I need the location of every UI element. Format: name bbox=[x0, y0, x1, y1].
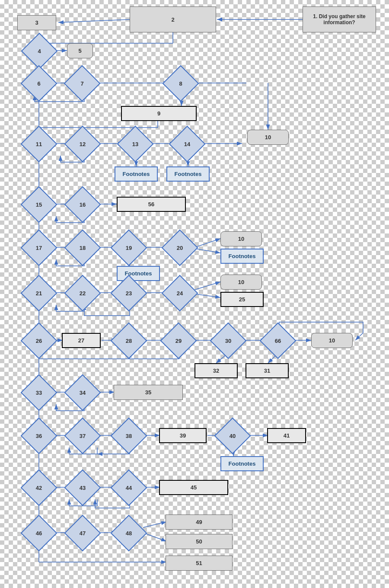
node-16-label: 16 bbox=[80, 201, 86, 208]
svg-line-37 bbox=[195, 282, 220, 290]
node-3: 3 bbox=[17, 15, 56, 30]
node-28: 28 bbox=[117, 329, 141, 353]
node-40: 40 bbox=[220, 424, 245, 448]
node-56: 56 bbox=[117, 197, 186, 212]
node-42: 42 bbox=[27, 476, 51, 500]
node-46: 46 bbox=[27, 521, 51, 545]
node-32-label: 32 bbox=[213, 368, 219, 374]
node-25: 25 bbox=[220, 292, 264, 307]
node-8: 8 bbox=[169, 71, 193, 96]
node-17: 17 bbox=[27, 236, 51, 260]
node-10b-label: 10 bbox=[238, 236, 244, 242]
node-12-label: 12 bbox=[80, 141, 86, 147]
node-2-label: 2 bbox=[171, 16, 174, 23]
node-28-label: 28 bbox=[126, 338, 132, 344]
node-5-label: 5 bbox=[78, 48, 81, 54]
node-40-label: 40 bbox=[230, 433, 236, 439]
flowchart: 1. Did you gather site information? 2 3 … bbox=[0, 0, 389, 588]
node-23: 23 bbox=[117, 281, 141, 305]
node-36-label: 36 bbox=[36, 433, 42, 439]
node-15: 15 bbox=[27, 192, 51, 217]
footnotes-1: Footnotes bbox=[115, 166, 158, 182]
footnotes-5-label: Footnotes bbox=[229, 460, 256, 467]
node-22-label: 22 bbox=[80, 290, 86, 297]
node-26-label: 26 bbox=[36, 338, 42, 344]
node-17-label: 17 bbox=[36, 245, 42, 251]
node-19-label: 19 bbox=[126, 245, 132, 251]
node-2: 2 bbox=[130, 6, 216, 32]
node-10d-label: 10 bbox=[329, 337, 335, 344]
node-11: 11 bbox=[27, 132, 51, 156]
node-20-label: 20 bbox=[177, 245, 183, 251]
footnotes-2-label: Footnotes bbox=[175, 171, 202, 177]
node-10d: 10 bbox=[311, 333, 353, 348]
node-18: 18 bbox=[70, 236, 95, 260]
footnotes-3: Footnotes bbox=[220, 249, 264, 264]
svg-line-2 bbox=[58, 19, 130, 22]
node-11-label: 11 bbox=[36, 141, 42, 147]
node-7: 7 bbox=[70, 71, 94, 96]
node-50: 50 bbox=[166, 534, 233, 549]
node-34-label: 34 bbox=[80, 390, 86, 396]
node-29-label: 29 bbox=[175, 338, 182, 344]
node-5: 5 bbox=[67, 43, 93, 58]
svg-line-71 bbox=[143, 522, 166, 527]
node-14-label: 14 bbox=[184, 141, 190, 147]
node-9-label: 9 bbox=[157, 110, 160, 117]
node-35: 35 bbox=[114, 385, 183, 400]
svg-line-31 bbox=[195, 249, 220, 253]
node-13: 13 bbox=[123, 132, 147, 156]
node-66-label: 66 bbox=[275, 338, 281, 344]
node-14: 14 bbox=[175, 132, 199, 156]
node-42-label: 42 bbox=[36, 485, 42, 491]
node-38: 38 bbox=[117, 424, 141, 448]
node-51-label: 51 bbox=[196, 560, 202, 566]
node-31-label: 31 bbox=[264, 368, 270, 374]
node-34: 34 bbox=[70, 380, 95, 405]
node-13-label: 13 bbox=[132, 141, 138, 147]
node-16: 16 bbox=[70, 192, 95, 217]
node-10b: 10 bbox=[220, 231, 262, 246]
node-44-label: 44 bbox=[126, 485, 132, 491]
node-24: 24 bbox=[168, 281, 192, 305]
node-30: 30 bbox=[216, 329, 240, 353]
node-10a: 10 bbox=[247, 130, 289, 145]
node-8-label: 8 bbox=[179, 80, 182, 87]
node-9: 9 bbox=[121, 106, 197, 121]
node-4-label: 4 bbox=[38, 48, 41, 54]
node-22: 22 bbox=[70, 281, 95, 305]
node-23-label: 23 bbox=[126, 290, 132, 297]
node-24-label: 24 bbox=[177, 290, 183, 297]
node-50-label: 50 bbox=[196, 538, 202, 545]
svg-line-46 bbox=[355, 333, 363, 340]
node-29: 29 bbox=[166, 329, 191, 353]
node-35-label: 35 bbox=[145, 389, 151, 396]
svg-line-38 bbox=[195, 294, 220, 297]
node-33-label: 33 bbox=[36, 390, 42, 396]
node-48-label: 48 bbox=[126, 530, 132, 537]
node-10c-label: 10 bbox=[238, 279, 244, 285]
node-37-label: 37 bbox=[80, 433, 86, 439]
node-47: 47 bbox=[70, 521, 95, 545]
node-20: 20 bbox=[168, 236, 192, 260]
footnotes-3-label: Footnotes bbox=[229, 253, 256, 259]
node-26: 26 bbox=[27, 329, 51, 353]
node-27: 27 bbox=[62, 333, 101, 348]
node-6-label: 6 bbox=[37, 80, 40, 87]
node-43-label: 43 bbox=[80, 485, 86, 491]
node-39-label: 39 bbox=[180, 432, 186, 439]
node-38-label: 38 bbox=[126, 433, 132, 439]
node-21-label: 21 bbox=[36, 290, 42, 297]
svg-line-72 bbox=[143, 533, 166, 541]
node-45: 45 bbox=[159, 480, 228, 495]
node-3-label: 3 bbox=[35, 19, 38, 26]
node-27-label: 27 bbox=[78, 337, 84, 344]
footnotes-1-label: Footnotes bbox=[123, 171, 150, 177]
svg-line-30 bbox=[195, 239, 220, 247]
node-47-label: 47 bbox=[80, 530, 86, 537]
node-25-label: 25 bbox=[239, 296, 245, 303]
node-31: 31 bbox=[246, 363, 289, 378]
footnotes-2: Footnotes bbox=[166, 166, 210, 182]
node-51: 51 bbox=[166, 556, 233, 571]
footnotes-5: Footnotes bbox=[220, 456, 264, 471]
